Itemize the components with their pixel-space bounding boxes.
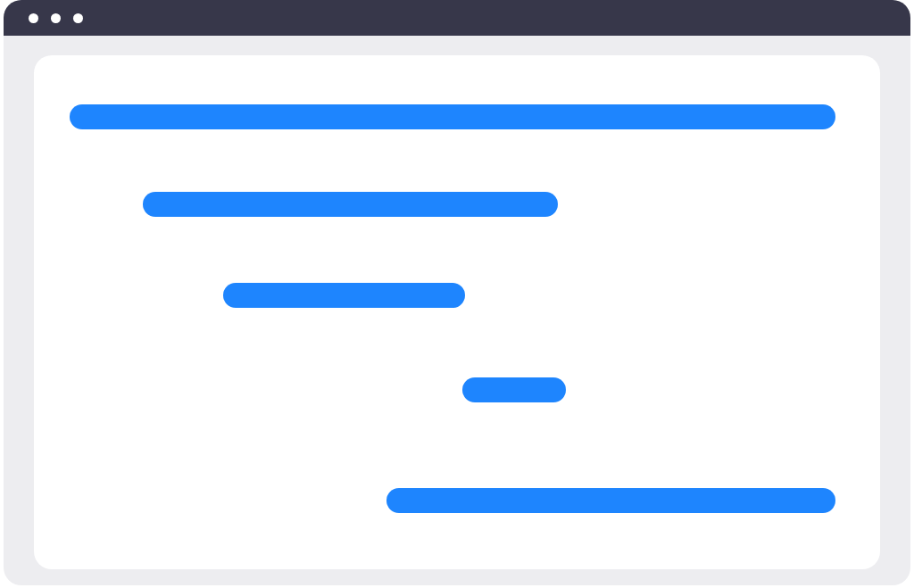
bar-row-3	[223, 283, 465, 308]
bar-row-5	[386, 488, 835, 513]
window-control-dot[interactable]	[73, 13, 83, 23]
window-control-dot[interactable]	[29, 13, 38, 23]
bar-row-1	[70, 104, 835, 129]
bar-row-2	[143, 192, 558, 217]
bar-row-4	[462, 377, 566, 402]
bars-container	[70, 104, 844, 534]
browser-window	[4, 0, 910, 585]
title-bar	[4, 0, 910, 36]
content-card	[34, 55, 880, 569]
window-control-dot[interactable]	[51, 13, 61, 23]
